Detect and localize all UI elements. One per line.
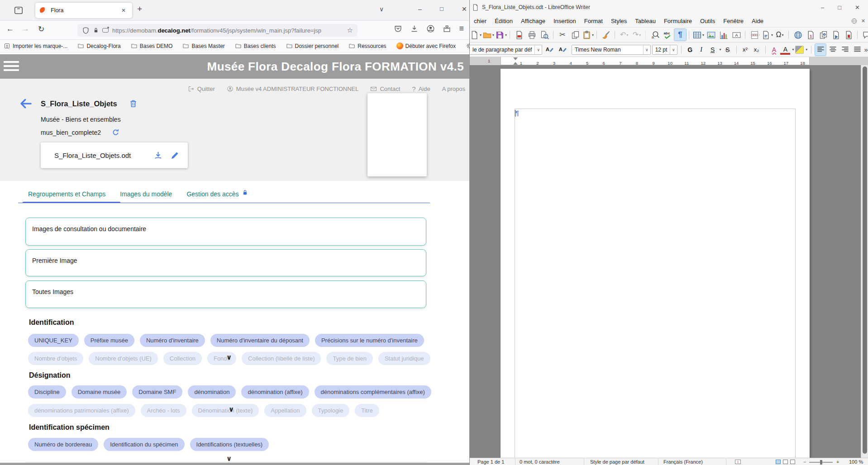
bookmark-firefox[interactable]: Débuter avec Firefox: [396, 43, 456, 49]
writer-maximize-button[interactable]: □: [838, 4, 841, 11]
back-arrow-button[interactable]: [19, 97, 33, 110]
field-chip[interactable]: Titre: [355, 404, 379, 417]
field-chip[interactable]: Type de bien: [326, 352, 372, 365]
field-chip[interactable]: Domaine SMF: [132, 385, 182, 399]
page-break-button[interactable]: ▾: [749, 29, 760, 41]
redo-button[interactable]: ↷ ▾: [631, 29, 643, 41]
writer-close-button[interactable]: ✕: [855, 4, 860, 11]
open-button[interactable]: ▾: [482, 29, 494, 41]
subscript-button[interactable]: x₂: [752, 44, 762, 55]
browser-tab[interactable]: Flora ✕: [35, 3, 132, 18]
field-chip[interactable]: Préfixe musée: [84, 334, 134, 347]
tab-overflow-icon[interactable]: ∨: [379, 5, 384, 13]
window-close-button[interactable]: ✕: [462, 5, 467, 13]
align-justify-button[interactable]: [852, 44, 863, 56]
clone-formatting-button[interactable]: ▾: [600, 29, 612, 41]
zoom-slider[interactable]: [809, 462, 833, 463]
menu-item[interactable]: chier: [470, 16, 491, 26]
formatting-overflow-icon[interactable]: »: [864, 46, 868, 53]
field-chip[interactable]: Archéo - lots: [141, 404, 186, 417]
field-chip[interactable]: Identifications (textuelles): [190, 438, 269, 451]
url-bar[interactable]: https://demobam.decalog.net/formationv45…: [77, 24, 358, 37]
menu-item[interactable]: Édition: [491, 16, 517, 26]
status-page-count[interactable]: Page 1 de 1: [477, 459, 504, 465]
new-document-button[interactable]: ▾: [470, 29, 482, 41]
menu-item[interactable]: Outils: [696, 16, 719, 26]
align-center-button[interactable]: [827, 44, 838, 56]
app-menu-hamburger-icon[interactable]: [4, 61, 19, 73]
pocket-icon[interactable]: [394, 24, 402, 33]
font-size-select[interactable]: 12 pt∨: [652, 45, 677, 55]
dropdown-caret-icon[interactable]: ▾: [806, 47, 807, 52]
bookmark-folder[interactable]: Dossier personnel: [286, 43, 339, 49]
field-chip[interactable]: Dénomination (texte): [192, 404, 259, 417]
menu-item[interactable]: Styles: [607, 16, 631, 26]
export-pdf-button[interactable]: ▾: [513, 29, 525, 41]
font-color-button[interactable]: A: [780, 46, 790, 55]
window-minimize-button[interactable]: –: [418, 5, 422, 13]
download-icon[interactable]: [153, 151, 163, 160]
tab-images-du-modele[interactable]: Images du modèle: [120, 190, 172, 198]
field-chip[interactable]: Numéro d'inventaire du déposant: [210, 334, 310, 347]
status-word-count[interactable]: 0 mot, 0 caractère: [520, 459, 560, 465]
permissions-icon[interactable]: [102, 28, 109, 33]
field-chip[interactable]: Discipline: [28, 385, 66, 399]
bold-button[interactable]: G: [685, 44, 695, 55]
field-chip[interactable]: dénomination (affixe): [241, 385, 309, 399]
field-chip[interactable]: Collection (libellé de liste): [242, 352, 321, 365]
selection-mode-icon[interactable]: I: [735, 460, 741, 464]
field-chip[interactable]: Précisions sur le numéro d'inventaire: [315, 334, 424, 347]
bookmark-settings[interactable]: Paramètres: [466, 43, 469, 49]
field-chip[interactable]: Typologie: [312, 404, 350, 417]
dropdown-caret-icon[interactable]: ▾: [505, 33, 507, 37]
tab-regroupements-et-champs[interactable]: Regroupements et Champs: [28, 190, 105, 198]
current-user[interactable]: Musée v4 ADMINISTRATEUR FONCTIONNEL: [227, 85, 359, 92]
insert-chart-button[interactable]: ▾: [718, 29, 730, 41]
indent-marker-icon[interactable]: [513, 57, 518, 60]
shield-icon[interactable]: [82, 27, 90, 34]
new-tab-button[interactable]: +: [137, 4, 142, 14]
group-box-images-consultation[interactable]: Images de consultation ou documentaire: [25, 218, 426, 246]
align-left-button[interactable]: [815, 44, 826, 56]
find-replace-button[interactable]: ▾: [649, 29, 661, 41]
vertical-scrollbar[interactable]: [861, 65, 868, 458]
bookmark-star-icon[interactable]: ☆: [347, 26, 353, 34]
dropdown-caret-icon[interactable]: ▾: [592, 33, 594, 37]
character-style-button[interactable]: A: [769, 44, 779, 55]
field-chip[interactable]: Domaine musée: [72, 385, 127, 399]
refresh-icon[interactable]: [111, 128, 120, 137]
firefox-view-icon[interactable]: [14, 5, 24, 15]
close-document-icon[interactable]: ✕: [861, 18, 865, 24]
print-button[interactable]: ▾: [526, 29, 538, 41]
paragraph-style-select[interactable]: le de paragraphe par déf∨: [470, 45, 542, 55]
dropdown-caret-icon[interactable]: ▾: [626, 33, 628, 37]
field-chip[interactable]: Nombre d'objets: [28, 352, 83, 365]
writer-minimize-button[interactable]: –: [821, 4, 824, 11]
reload-button[interactable]: ↻: [38, 24, 44, 34]
insert-field-button[interactable]: ▾: [761, 29, 773, 41]
dropdown-caret-icon[interactable]: ▾: [720, 47, 721, 52]
field-chip[interactable]: Statut juridique: [378, 352, 430, 365]
spelling-button[interactable]: ▾: [662, 29, 673, 41]
dropdown-caret-icon[interactable]: ▾: [702, 33, 704, 37]
book-view-icon[interactable]: [790, 460, 795, 464]
insert-comment-button[interactable]: ▾: [861, 29, 868, 41]
field-chip[interactable]: Fonds: [207, 352, 236, 365]
multi-page-view-icon[interactable]: [783, 460, 788, 464]
new-style-button[interactable]: [557, 44, 568, 56]
menu-item[interactable]: Format: [580, 16, 607, 26]
field-chip[interactable]: Identification du spécimen: [104, 438, 184, 451]
group-box-toutes-images[interactable]: Toutes Images: [25, 280, 426, 308]
align-right-button[interactable]: [839, 44, 850, 56]
paste-button[interactable]: ▾: [582, 29, 594, 41]
insert-cross-reference-button[interactable]: ▾: [830, 29, 842, 41]
contact-button[interactable]: Contact: [370, 85, 400, 92]
menu-item[interactable]: Aide: [748, 16, 768, 26]
font-name-select[interactable]: Times New Roman∨: [572, 45, 651, 55]
insert-hyperlink-button[interactable]: ▾: [792, 29, 804, 41]
underline-button[interactable]: S: [708, 44, 718, 55]
back-button[interactable]: ←: [6, 24, 14, 33]
insert-bookmark-button[interactable]: ▾: [843, 29, 854, 41]
strikethrough-button[interactable]: S: [723, 44, 733, 55]
forward-button[interactable]: →: [22, 24, 29, 33]
